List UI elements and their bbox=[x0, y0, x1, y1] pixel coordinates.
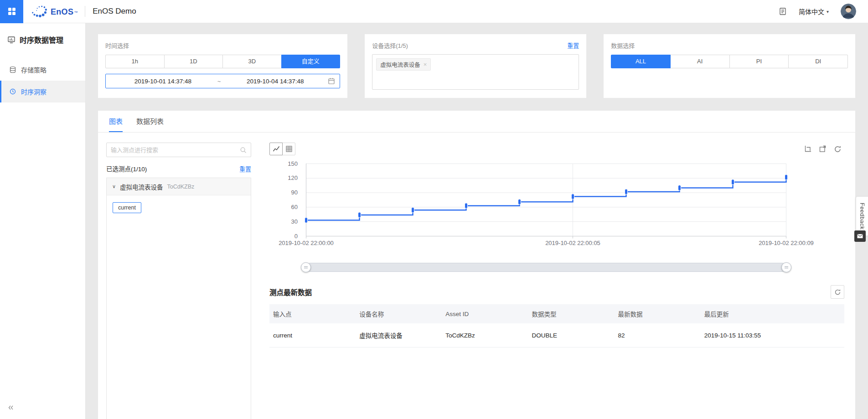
latest-data-title: 测点最新数据 bbox=[269, 287, 312, 297]
enos-logo-dots-icon bbox=[30, 5, 49, 18]
refresh-icon bbox=[834, 289, 841, 296]
table-row: current 虚拟电流表设备 ToCdKZBz DOUBLE 82 2019-… bbox=[269, 323, 844, 347]
point-chip-current[interactable]: current bbox=[113, 202, 141, 213]
tree-device-id: ToCdKZBz bbox=[167, 184, 195, 190]
cell-last-update: 2019-10-15 11:03:55 bbox=[701, 323, 844, 347]
data-option-pi[interactable]: PI bbox=[729, 55, 789, 68]
data-option-all[interactable]: ALL bbox=[611, 55, 671, 68]
time-option-1h[interactable]: 1h bbox=[105, 55, 165, 68]
clock-icon bbox=[9, 88, 16, 95]
date-range-input[interactable]: 2019-10-01 14:37:48 ~ 2019-10-04 14:37:4… bbox=[105, 74, 340, 88]
latest-data-table: 输入点 设备名称 Asset ID 数据类型 最新数据 最后更新 bbox=[269, 304, 844, 347]
language-label: 简体中文 bbox=[799, 7, 824, 16]
header-divider bbox=[85, 6, 85, 17]
col-device-name: 设备名称 bbox=[356, 304, 442, 323]
datazoom-right-handle[interactable] bbox=[781, 262, 791, 272]
language-selector[interactable]: 简体中文 ▾ bbox=[799, 7, 829, 16]
selected-points-row: 已选测点(1/10) 重置 bbox=[106, 164, 251, 173]
data-option-ai[interactable]: AI bbox=[670, 55, 730, 68]
chart-type-switch bbox=[269, 143, 295, 155]
time-option-1d[interactable]: 1D bbox=[164, 55, 223, 68]
feedback-label: Feedback bbox=[859, 203, 865, 230]
app-launcher-button[interactable] bbox=[0, 0, 23, 23]
header-right: 简体中文 ▾ bbox=[779, 4, 868, 19]
calendar-icon[interactable] bbox=[328, 77, 335, 85]
datazoom-track[interactable] bbox=[306, 263, 786, 272]
chevron-down-icon[interactable]: ∨ bbox=[112, 184, 116, 189]
col-last-update: 最后更新 bbox=[701, 304, 844, 323]
grid-icon bbox=[7, 7, 16, 16]
chart-wrap: 0306090120150 2019-10-02 22:00:002019-10… bbox=[269, 164, 844, 247]
sidebar-item-tsdb-insight[interactable]: 时序洞察 bbox=[0, 81, 85, 102]
refresh-icon[interactable] bbox=[834, 145, 842, 153]
tab-chart[interactable]: 图表 bbox=[109, 111, 123, 132]
tab-data-list[interactable]: 数据列表 bbox=[136, 111, 164, 132]
col-asset-id: Asset ID bbox=[442, 304, 528, 323]
filter-row: 时间选择 1h 1D 3D 自定义 2019-10-01 14:37:48 ~ … bbox=[98, 34, 855, 98]
zoom-reset-icon[interactable] bbox=[819, 145, 827, 153]
time-option-3d[interactable]: 3D bbox=[222, 55, 282, 68]
points-panel: 已选测点(1/10) 重置 ∨ 虚拟电流表设备 ToCdKZBz current bbox=[106, 143, 251, 419]
tree-points-list: current bbox=[107, 195, 251, 220]
chart-section: 0306090120150 2019-10-02 22:00:002019-10… bbox=[269, 143, 844, 419]
avatar[interactable] bbox=[841, 4, 856, 19]
line-chart-icon bbox=[273, 145, 280, 153]
tree-device-node[interactable]: ∨ 虚拟电流表设备 ToCdKZBz bbox=[107, 178, 251, 195]
close-icon[interactable]: × bbox=[424, 62, 427, 67]
app-title: EnOS Demo bbox=[93, 7, 136, 16]
device-select-label: 设备选择(1/5) bbox=[372, 41, 408, 50]
sidebar-nav: 存储策略 时序洞察 bbox=[0, 59, 85, 102]
device-select-card: 设备选择(1/5) 重置 虚拟电流表设备 × bbox=[365, 34, 586, 98]
end-date-value[interactable]: 2019-10-04 14:37:48 bbox=[222, 78, 328, 85]
time-option-custom[interactable]: 自定义 bbox=[281, 55, 341, 68]
table-grid-icon bbox=[285, 145, 293, 153]
selected-points-count: 已选测点(1/10) bbox=[106, 164, 147, 173]
search-input[interactable] bbox=[111, 147, 240, 153]
table-view-button[interactable] bbox=[282, 143, 295, 155]
data-type-button-group: ALL AI PI DI bbox=[611, 55, 848, 68]
docs-icon[interactable] bbox=[779, 7, 787, 15]
chart-zoom-tools bbox=[804, 145, 844, 153]
feedback-tab[interactable]: Feedback bbox=[856, 196, 868, 236]
time-range-button-group: 1h 1D 3D 自定义 bbox=[105, 55, 340, 68]
data-option-di[interactable]: DI bbox=[788, 55, 848, 68]
cell-latest-value: 82 bbox=[615, 323, 701, 347]
datazoom-left-handle[interactable] bbox=[301, 262, 311, 272]
col-data-type: 数据类型 bbox=[528, 304, 614, 323]
time-select-card: 时间选择 1h 1D 3D 自定义 2019-10-01 14:37:48 ~ … bbox=[98, 34, 347, 98]
collapse-sidebar-icon[interactable] bbox=[7, 404, 15, 413]
page: EnOS ™ EnOS Demo 简体中文 ▾ 时序数据管理 bbox=[0, 0, 868, 419]
feedback-mail-button[interactable] bbox=[854, 230, 866, 242]
start-date-value[interactable]: 2019-10-01 14:37:48 bbox=[110, 78, 216, 85]
sidebar: 时序数据管理 存储策略 时序洞察 bbox=[0, 23, 86, 419]
sidebar-item-storage-policy[interactable]: 存储策略 bbox=[0, 59, 85, 81]
date-range-separator: ~ bbox=[216, 78, 223, 85]
latest-data-header: 测点最新数据 bbox=[269, 285, 844, 299]
device-tag-label: 虚拟电流表设备 bbox=[380, 60, 420, 69]
sidebar-title: 时序数据管理 bbox=[0, 23, 85, 49]
device-tag-box[interactable]: 虚拟电流表设备 × bbox=[372, 54, 579, 90]
sidebar-item-label: 存储策略 bbox=[21, 65, 46, 74]
point-search-box bbox=[106, 143, 251, 157]
box-zoom-icon[interactable] bbox=[804, 145, 811, 153]
search-icon[interactable] bbox=[240, 147, 247, 153]
brand-tm: ™ bbox=[74, 8, 78, 18]
device-reset-link[interactable]: 重置 bbox=[567, 41, 579, 50]
points-reset-link[interactable]: 重置 bbox=[239, 164, 251, 173]
sidebar-title-label: 时序数据管理 bbox=[20, 34, 63, 45]
table-refresh-button[interactable] bbox=[831, 285, 844, 299]
insight-panel: 图表 数据列表 已选测点(1/10) 重置 bbox=[98, 111, 855, 419]
cell-device-name: 虚拟电流表设备 bbox=[356, 323, 442, 347]
device-tag: 虚拟电流表设备 × bbox=[376, 58, 431, 71]
chart-x-axis-labels: 2019-10-02 22:00:002019-10-02 22:00:0520… bbox=[306, 236, 786, 247]
brand-text: EnOS bbox=[51, 6, 73, 18]
content: 时序数据管理 存储策略 时序洞察 bbox=[0, 23, 868, 419]
col-point: 输入点 bbox=[269, 304, 356, 323]
chart-toolbar bbox=[269, 143, 844, 155]
col-latest-value: 最新数据 bbox=[615, 304, 701, 323]
chart-datazoom-slider[interactable] bbox=[306, 262, 786, 272]
tabbar: 图表 数据列表 bbox=[98, 111, 855, 133]
line-chart-view-button[interactable] bbox=[269, 143, 283, 155]
top-header: EnOS ™ EnOS Demo 简体中文 ▾ bbox=[0, 0, 868, 23]
line-chart[interactable] bbox=[306, 164, 786, 236]
